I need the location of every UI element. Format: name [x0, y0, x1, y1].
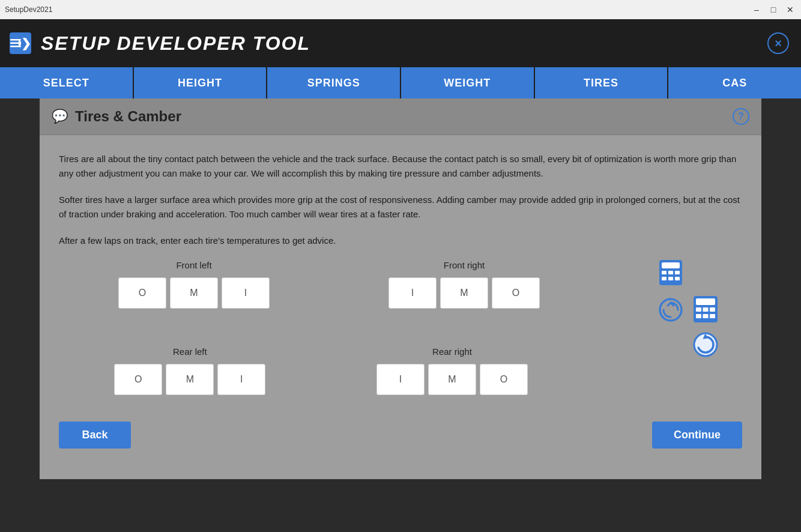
refresh-icon[interactable]	[659, 298, 683, 327]
tab-height[interactable]: HEIGHT	[134, 67, 268, 98]
footer-buttons: Back Continue	[40, 410, 761, 461]
svg-rect-19	[696, 314, 701, 318]
rl-o-cell[interactable]: O	[114, 364, 162, 395]
svg-rect-10	[668, 277, 673, 280]
front-right-group: Front right I M O	[388, 260, 540, 309]
nav-toggle-button[interactable]: ❯	[10, 32, 31, 54]
close-button[interactable]: ✕	[784, 4, 796, 16]
rear-right-group: Rear right I M O	[376, 346, 528, 395]
app-title: SETUP DEVELOPER TOOL	[41, 32, 310, 55]
front-right-cells: I M O	[388, 277, 540, 309]
rl-i-cell[interactable]: I	[217, 364, 265, 395]
rl-m-cell[interactable]: M	[166, 364, 214, 395]
tab-select[interactable]: SELECT	[0, 67, 134, 98]
svg-rect-16	[696, 307, 701, 312]
window-title: SetupDev2021	[5, 5, 52, 14]
rr-o-cell[interactable]: O	[480, 364, 528, 395]
continue-button[interactable]: Continue	[652, 422, 742, 449]
tab-cas[interactable]: CAS	[668, 67, 801, 98]
svg-rect-17	[703, 307, 709, 312]
help-button[interactable]: ?	[733, 108, 749, 125]
tab-tires[interactable]: TIRES	[535, 67, 669, 98]
fl-m-cell[interactable]: M	[170, 277, 218, 309]
calculator-icon[interactable]	[659, 260, 682, 291]
fr-o-cell[interactable]: O	[492, 277, 540, 309]
floating-icons	[693, 296, 718, 360]
main-content: 💬 Tires & Camber ? Tires are all about t…	[40, 98, 761, 479]
calculator-floating-icon[interactable]	[694, 296, 718, 325]
rear-right-cells: I M O	[376, 364, 528, 395]
minimize-button[interactable]: –	[751, 4, 763, 16]
description-1: Tires are all about the tiny contact pat…	[59, 152, 742, 181]
nav-tabs: SELECT HEIGHT SPRINGS WEIGHT TIRES CAS	[0, 67, 801, 98]
fr-i-cell[interactable]: I	[388, 277, 437, 309]
titlebar: SetupDev2021 – □ ✕	[0, 0, 801, 19]
rr-i-cell[interactable]: I	[376, 364, 425, 395]
svg-rect-6	[662, 271, 666, 274]
content-body: Tires are all about the tiny contact pat…	[40, 135, 761, 410]
tab-weight[interactable]: WEIGHT	[401, 67, 535, 98]
front-right-label: Front right	[444, 260, 485, 270]
header-close-button[interactable]: ×	[767, 32, 789, 54]
svg-rect-20	[703, 314, 709, 318]
fr-m-cell[interactable]: M	[440, 277, 488, 309]
back-button[interactable]: Back	[59, 422, 131, 449]
front-left-label: Front left	[176, 260, 211, 270]
tire-rows: Front left O M I	[59, 260, 742, 395]
fl-o-cell[interactable]: O	[118, 277, 166, 309]
svg-rect-9	[662, 277, 666, 280]
rear-left-group: Rear left O M I	[114, 346, 265, 395]
section-header: 💬 Tires & Camber ?	[40, 98, 761, 135]
header-close-icon: ×	[775, 37, 782, 50]
window-controls: – □ ✕	[751, 4, 796, 16]
front-left-cells: O M I	[118, 277, 270, 309]
fl-i-cell[interactable]: I	[222, 277, 270, 309]
section-title-group: 💬 Tires & Camber	[52, 108, 181, 125]
refresh-floating-icon[interactable]	[693, 332, 718, 360]
description-2: Softer tires have a larger surface area …	[59, 193, 742, 222]
action-icons	[659, 260, 683, 327]
description-3: After a few laps on track, enter each ti…	[59, 234, 742, 248]
tab-springs[interactable]: SPRINGS	[267, 67, 401, 98]
svg-rect-15	[696, 298, 715, 305]
app-header: ❯ SETUP DEVELOPER TOOL ×	[0, 19, 801, 67]
svg-rect-18	[710, 307, 715, 312]
rr-m-cell[interactable]: M	[428, 364, 476, 395]
comment-icon: 💬	[52, 109, 68, 124]
svg-rect-21	[710, 314, 715, 318]
maximize-button[interactable]: □	[767, 4, 779, 16]
rear-right-label: Rear right	[432, 346, 472, 357]
svg-rect-11	[675, 277, 680, 280]
svg-rect-7	[668, 271, 673, 274]
svg-rect-5	[662, 262, 680, 268]
rear-left-cells: O M I	[114, 364, 265, 395]
section-title: Tires & Camber	[75, 108, 181, 125]
front-tire-row: Front left O M I	[59, 260, 742, 327]
svg-rect-8	[675, 271, 680, 274]
front-left-group: Front left O M I	[118, 260, 270, 309]
rear-left-label: Rear left	[173, 346, 207, 357]
rear-tire-row: Rear left O M I	[59, 346, 742, 395]
